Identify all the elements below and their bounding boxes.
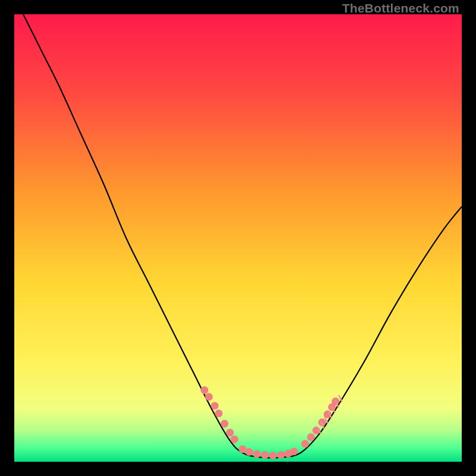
marker-dot xyxy=(215,409,223,417)
marker-dot xyxy=(269,452,277,459)
bottleneck-curve xyxy=(23,14,462,458)
marker-dot xyxy=(261,451,269,459)
marker-dot xyxy=(211,402,218,410)
plot-area xyxy=(14,14,462,462)
marker-dot xyxy=(253,450,261,458)
marker-dot xyxy=(230,436,238,443)
marker-dot xyxy=(221,420,228,428)
marker-dot xyxy=(277,451,285,459)
marker-dot xyxy=(301,440,309,447)
marker-dot xyxy=(239,445,246,453)
marker-dot xyxy=(205,393,213,400)
marker-dot xyxy=(290,447,298,455)
curve-layer xyxy=(14,14,462,462)
marker-dot xyxy=(307,433,315,441)
marker-dots xyxy=(201,386,339,459)
marker-dot xyxy=(226,429,234,437)
watermark-label: TheBottleneck.com xyxy=(342,1,459,15)
marker-dot xyxy=(201,386,208,394)
marker-dot xyxy=(245,448,253,456)
chart-frame: TheBottleneck.com xyxy=(0,0,476,476)
